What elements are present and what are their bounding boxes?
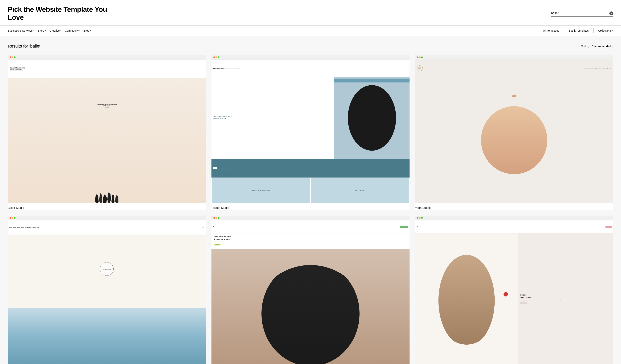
template-thumbnail: Shella. Head | Class Schedule | Our More… <box>211 215 410 364</box>
nav-label: Collections <box>598 29 611 32</box>
nav-all-templates[interactable]: All Templates <box>543 25 559 36</box>
results-header: Results for 'ballet' Sort by: Recommende… <box>8 44 613 49</box>
nav-store[interactable]: Store ▾ <box>38 25 50 36</box>
navigation: Business & Services ▾ Store ▾ Creative ▾… <box>0 25 621 36</box>
template-name: Ballet Studio <box>8 203 206 210</box>
nav-creative[interactable]: Creative ▾ <box>50 25 65 36</box>
sort-control[interactable]: Sort by: Recommended ▾ <box>581 45 613 48</box>
results-title: Results for 'ballet' <box>8 44 41 49</box>
search-input[interactable] <box>551 10 613 17</box>
chevron-down-icon: ▾ <box>612 45 613 47</box>
sort-value: Recommended <box>592 45 611 48</box>
template-card[interactable]: SUNYOGA Book OnlineProgramsTemplatesSemi… <box>415 55 613 210</box>
template-thumbnail: Seven MovementsBallet School 7. facebook… <box>8 55 206 203</box>
chevron-down-icon: ▾ <box>612 30 613 32</box>
nav-label: Business & Services <box>8 29 33 32</box>
nav-label: Store <box>38 29 44 32</box>
template-card[interactable]: Shella. Head | Class Schedule | Our More… <box>211 215 410 364</box>
nav-label: Blank Templates <box>569 29 588 32</box>
nav-community[interactable]: Community ▾ <box>65 25 84 36</box>
header: Pick the Website Template You Love ✕ <box>0 0 621 25</box>
main-content: Results for 'ballet' Sort by: Recommende… <box>0 36 621 364</box>
page-title: Pick the Website Template You Love <box>8 5 117 21</box>
template-name: Yoga Studio <box>415 203 613 210</box>
chevron-down-icon: ▾ <box>34 30 34 32</box>
template-card[interactable]: PILATES STUDIO FLEXIBILITY. STRENGTH. EN… <box>211 55 410 210</box>
search-wrapper: ✕ <box>551 10 613 17</box>
search-clear-button[interactable]: ✕ <box>609 11 613 15</box>
nav-blog[interactable]: Blog ▾ <box>84 25 95 36</box>
nav-label: All Templates <box>543 29 559 32</box>
sort-label: Sort by: <box>581 45 590 48</box>
nav-label: Community <box>65 29 79 32</box>
nav-right: All Templates Blank Templates Collection… <box>543 25 613 36</box>
nav-collections[interactable]: Collections ▾ <box>598 25 613 36</box>
template-thumbnail: PILATES STUDIO FLEXIBILITY. STRENGTH. EN… <box>211 55 410 203</box>
chevron-down-icon: ▾ <box>45 30 46 32</box>
template-thumbnail: SUNYOGA Book OnlineProgramsTemplatesSemi… <box>415 55 613 203</box>
template-card[interactable]: ·Vital Blog Blog | Home | Stores | Pilat… <box>415 215 613 364</box>
chevron-down-icon: ▾ <box>60 30 61 32</box>
search-query: ballet <box>30 44 40 49</box>
nav-left: Business & Services ▾ Store ▾ Creative ▾… <box>8 25 543 36</box>
template-name: Pilates Studio <box>211 203 410 210</box>
nav-divider <box>593 28 594 33</box>
template-grid: Seven MovementsBallet School 7. facebook… <box>8 55 613 364</box>
template-thumbnail: ·Vital Blog Blog | Home | Stores | Pilat… <box>415 215 613 364</box>
nav-divider <box>564 28 564 33</box>
template-thumbnail: HomeAboutPrivate SessionsMembershipsCont… <box>8 215 206 364</box>
nav-label: Blog <box>84 29 89 32</box>
chevron-down-icon: ▾ <box>79 30 80 32</box>
template-card[interactable]: Seven MovementsBallet School 7. facebook… <box>8 55 206 210</box>
nav-business-services[interactable]: Business & Services ▾ <box>8 25 38 36</box>
chevron-down-icon: ▾ <box>90 30 91 32</box>
template-card[interactable]: HomeAboutPrivate SessionsMembershipsCont… <box>8 215 206 364</box>
nav-label: Creative <box>50 29 60 32</box>
nav-blank-templates[interactable]: Blank Templates <box>569 25 588 36</box>
